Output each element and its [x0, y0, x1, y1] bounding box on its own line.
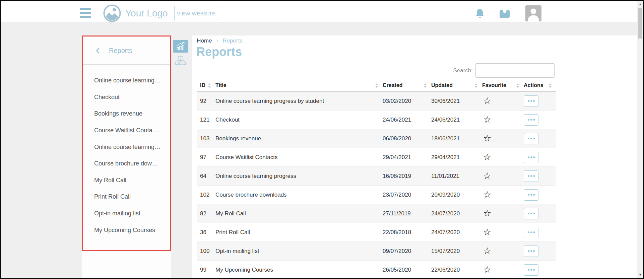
- table-row: 99 My Upcoming Courses 26/05/2020 22/06/…: [197, 261, 556, 279]
- sidebar-item[interactable]: Print Roll Call: [82, 189, 171, 205]
- column-header-title[interactable]: Title: [215, 80, 383, 91]
- favourite-star-button[interactable]: ☆: [482, 115, 493, 125]
- cell-actions: [524, 148, 556, 166]
- sidebar-item[interactable]: Course brochure dow…: [82, 155, 171, 172]
- row-actions-button[interactable]: [524, 264, 538, 276]
- favourite-star-button[interactable]: ☆: [482, 209, 493, 218]
- column-header-created[interactable]: Created: [383, 80, 431, 91]
- row-actions-button[interactable]: [524, 133, 538, 144]
- sidebar-item[interactable]: My Upcoming Courses: [82, 222, 171, 238]
- row-actions-button[interactable]: [524, 152, 538, 163]
- column-header-actions[interactable]: Actions: [524, 80, 556, 91]
- ellipsis-icon: [528, 269, 529, 271]
- table-row: 36 Print Roll Call 22/08/2018 24/07/2020…: [197, 223, 556, 242]
- sidebar-item[interactable]: My Roll Call: [82, 172, 171, 189]
- cell-id: 92: [197, 92, 215, 110]
- reports-rail-button[interactable]: [173, 40, 188, 53]
- star-icon: ☆: [483, 115, 491, 125]
- scrollbar-down-arrow[interactable]: [639, 274, 642, 276]
- sidebar-item-label: Online course learning…: [94, 144, 160, 151]
- sidebar-title: Reports: [109, 47, 132, 55]
- user-avatar[interactable]: [525, 5, 541, 21]
- row-actions-button[interactable]: [524, 246, 538, 257]
- cell-favourite: ☆: [482, 261, 524, 279]
- cell-updated: 11/01/2021: [431, 167, 482, 185]
- sitemap-rail-button[interactable]: [175, 56, 186, 65]
- scrollbar-thumb[interactable]: [638, 8, 642, 39]
- favourite-star-button[interactable]: ☆: [482, 265, 493, 275]
- column-header-id[interactable]: ID: [197, 80, 215, 91]
- cell-title: My Roll Call: [215, 204, 383, 223]
- breadcrumb-home-link[interactable]: Home: [197, 38, 212, 44]
- sidebar-item[interactable]: Online course learning…: [82, 72, 171, 89]
- favourite-star-button[interactable]: ☆: [482, 152, 493, 162]
- sidebar-item[interactable]: Checkout: [82, 89, 171, 106]
- table-row: 92 Online course learning progress by st…: [197, 92, 556, 111]
- cell-favourite: ☆: [482, 186, 524, 204]
- sidebar-item-label: My Roll Call: [94, 177, 126, 184]
- scrollbar-up-arrow[interactable]: [639, 3, 642, 5]
- cell-actions: [524, 92, 556, 110]
- ellipsis-icon: [528, 250, 529, 252]
- main-content: Home › Reports Reports Search: ID Title …: [192, 36, 638, 279]
- cell-favourite: ☆: [482, 204, 524, 223]
- star-icon: ☆: [483, 133, 491, 143]
- favourite-star-button[interactable]: ☆: [482, 134, 493, 143]
- brand-logo-text: Your Logo: [125, 8, 168, 19]
- bell-icon: [475, 15, 485, 20]
- user-avatar-icon: [525, 17, 541, 21]
- cell-created: 29/04/2021: [383, 148, 431, 166]
- sidebar-back-button[interactable]: [95, 48, 100, 54]
- star-icon: ☆: [483, 171, 491, 181]
- top-bar: Your Logo VIEW WEBSITE: [1, 1, 637, 22]
- sort-icon: [208, 83, 211, 88]
- cell-id: 36: [197, 223, 215, 241]
- reports-sidebar: Reports Online course learning… Checkout…: [82, 36, 171, 279]
- favourite-star-button[interactable]: ☆: [482, 96, 493, 106]
- cell-updated: 18/06/2021: [431, 129, 482, 148]
- row-actions-button[interactable]: [524, 114, 538, 126]
- ellipsis-icon: [528, 213, 529, 214]
- column-header-favourite[interactable]: Favourite: [482, 80, 524, 91]
- row-actions-button[interactable]: [524, 170, 538, 182]
- favourite-star-button[interactable]: ☆: [482, 190, 493, 200]
- notifications-button[interactable]: [475, 8, 485, 19]
- cell-title: Bookings revenue: [215, 129, 383, 148]
- app-window: Your Logo VIEW WEBSITE: [0, 0, 644, 279]
- row-actions-button[interactable]: [524, 95, 538, 107]
- cell-title: Online course learning progress by stude…: [215, 92, 383, 110]
- row-actions-button[interactable]: [524, 227, 538, 238]
- favourite-star-button[interactable]: ☆: [482, 171, 493, 181]
- inbox-button[interactable]: [499, 9, 510, 18]
- view-website-button[interactable]: VIEW WEBSITE: [174, 6, 218, 21]
- row-actions-button[interactable]: [524, 189, 538, 201]
- cell-actions: [524, 129, 556, 148]
- sidebar-item-label: My Upcoming Courses: [94, 227, 155, 234]
- cell-title: Checkout: [215, 111, 383, 129]
- table-row: 121 Checkout 24/06/2021 24/06/2021 ☆: [197, 111, 556, 129]
- cell-actions: [524, 204, 556, 223]
- sidebar-item-label: Course brochure dow…: [94, 160, 158, 167]
- divider: [82, 64, 171, 65]
- search-input[interactable]: [475, 63, 555, 78]
- ellipsis-icon: [528, 156, 529, 158]
- sidebar-item[interactable]: Opt-in mailing list: [82, 205, 171, 222]
- menu-button[interactable]: [80, 8, 91, 18]
- sort-icon: [424, 83, 427, 88]
- cell-created: 26/05/2020: [383, 261, 431, 279]
- cell-updated: 30/06/2021: [431, 92, 482, 110]
- ellipsis-icon: [528, 231, 529, 233]
- favourite-star-button[interactable]: ☆: [482, 227, 493, 237]
- cell-id: 99: [197, 261, 215, 279]
- cell-id: 100: [197, 242, 215, 260]
- cell-id: 64: [197, 167, 215, 185]
- vertical-scrollbar[interactable]: [637, 1, 643, 278]
- column-header-updated[interactable]: Updated: [431, 80, 482, 91]
- sidebar-item[interactable]: Online course learning…: [82, 139, 171, 155]
- sidebar-item[interactable]: Course Waitlist Conta…: [82, 122, 171, 139]
- sidebar-item[interactable]: Bookings revenue: [82, 106, 171, 122]
- divider: [467, 1, 467, 22]
- row-actions-button[interactable]: [524, 208, 538, 219]
- favourite-star-button[interactable]: ☆: [482, 246, 493, 256]
- star-icon: ☆: [483, 265, 491, 275]
